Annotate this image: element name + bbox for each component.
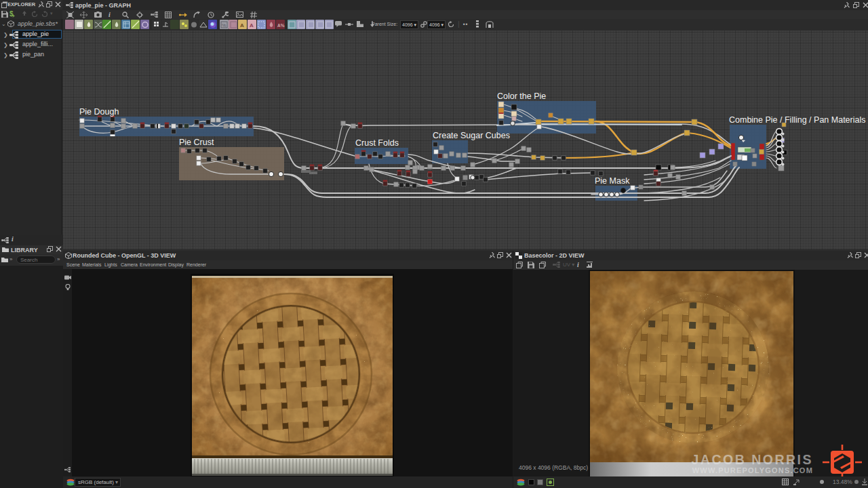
svg-text:Create Sugar Cubes: Create Sugar Cubes xyxy=(433,131,510,140)
svg-text:Combine Pie / Filling / Pan Ma: Combine Pie / Filling / Pan Materials xyxy=(729,115,865,125)
svg-text:A: A xyxy=(240,22,244,28)
svg-text:Pie Mask: Pie Mask xyxy=(595,176,630,186)
svg-text:Pie Crust: Pie Crust xyxy=(179,138,214,147)
svg-text:Pie Dough: Pie Dough xyxy=(79,107,119,117)
svg-text:%: % xyxy=(222,23,226,28)
svg-text:A: A xyxy=(250,22,254,28)
svg-text:Crust Folds: Crust Folds xyxy=(355,138,399,148)
svg-text:A%: A% xyxy=(277,23,285,28)
svg-text:Color the Pie: Color the Pie xyxy=(497,92,546,101)
